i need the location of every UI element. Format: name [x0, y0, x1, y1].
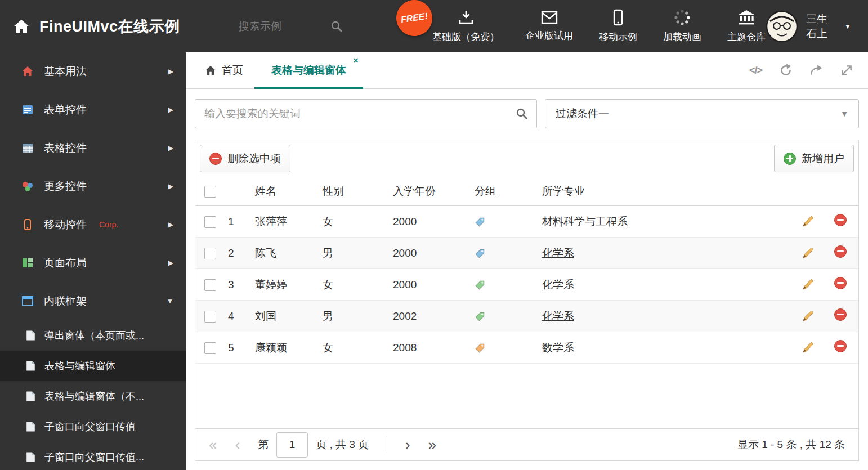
- sidebar-subitem-label: 表格与编辑窗体: [44, 359, 115, 373]
- forward-icon[interactable]: [809, 64, 823, 77]
- sidebar-item-basic-usage[interactable]: 基本用法 ▶: [0, 52, 186, 91]
- nav-item-mobile-demo[interactable]: 移动示例: [599, 9, 637, 43]
- button-label: 新增用户: [802, 151, 844, 166]
- sidebar-subitem-grid-edit-window-2[interactable]: 表格与编辑窗体（不...: [0, 381, 186, 411]
- nav-label: 主题仓库: [727, 30, 766, 43]
- nav-item-basic-free[interactable]: FREE! 基础版（免费）: [432, 9, 499, 43]
- sidebar-subitem-child-to-parent-2[interactable]: 子窗口向父窗口传值...: [0, 442, 186, 470]
- nav-label: 加载动画: [663, 30, 701, 43]
- divider: [387, 436, 387, 453]
- sidebar-subitem-grid-edit-window[interactable]: 表格与编辑窗体: [0, 351, 186, 381]
- row-number: 5: [228, 332, 255, 364]
- grid-toolbar: 删除选中项 新增用户: [195, 140, 858, 177]
- sidebar-item-inline-frame[interactable]: 内联框架 ▼: [0, 282, 186, 320]
- major-link[interactable]: 化学系: [542, 310, 574, 322]
- app-title: FineUIMvc在线示例: [39, 16, 180, 37]
- sidebar-item-form-controls[interactable]: 表单控件 ▶: [0, 91, 186, 129]
- column-header-gender: 性别: [323, 177, 393, 206]
- tag-icon: [475, 311, 485, 322]
- nav-label: 企业版试用: [525, 29, 573, 42]
- chevron-right-icon: ▶: [168, 259, 173, 267]
- username: 三生石上: [806, 12, 836, 41]
- column-header-major: 所学专业: [542, 177, 793, 206]
- delete-selected-button[interactable]: 删除选中项: [200, 145, 290, 172]
- frame-icon: [21, 295, 34, 307]
- envelope-icon: [540, 10, 558, 25]
- sidebar-item-page-layout[interactable]: 页面布局 ▶: [0, 244, 186, 282]
- tag-icon: [475, 217, 485, 227]
- expand-icon[interactable]: [840, 64, 853, 77]
- column-header-year: 入学年份: [393, 177, 475, 206]
- row-checkbox[interactable]: [204, 216, 216, 228]
- delete-button[interactable]: [834, 340, 847, 352]
- record-summary: 显示 1 - 5 条 , 共 12 条: [737, 437, 845, 452]
- edit-button[interactable]: [802, 216, 814, 228]
- row-checkbox[interactable]: [204, 248, 216, 259]
- top-header: FineUIMvc在线示例 FREE! 基础版（免费） 企业版试用: [0, 0, 868, 52]
- header-search-input[interactable]: [238, 20, 313, 33]
- page-label-prefix: 第: [258, 437, 269, 452]
- major-link[interactable]: 材料科学与工程系: [542, 216, 628, 227]
- major-link[interactable]: 化学系: [542, 279, 574, 290]
- prev-page-button[interactable]: ‹: [235, 437, 240, 452]
- select-all-checkbox[interactable]: [204, 186, 216, 198]
- sidebar-item-label: 页面布局: [44, 256, 87, 270]
- corp-badge: Corp.: [99, 220, 118, 229]
- page-label-suffix: 页 , 共 3 页: [316, 437, 369, 452]
- row-checkbox[interactable]: [204, 311, 216, 323]
- cell-year: 2008: [393, 332, 475, 364]
- sidebar-item-grid-controls[interactable]: 表格控件 ▶: [0, 129, 186, 167]
- spinner-icon: [674, 9, 691, 26]
- tab-home[interactable]: 首页: [194, 52, 254, 88]
- major-link[interactable]: 数学系: [542, 342, 574, 353]
- page-number-input[interactable]: [276, 432, 308, 458]
- grid-panel: 删除选中项 新增用户 姓名 性别: [195, 140, 859, 461]
- nav-item-enterprise-trial[interactable]: 企业版试用: [525, 10, 573, 42]
- avatar[interactable]: [766, 10, 798, 43]
- file-icon: [26, 451, 35, 463]
- row-checkbox[interactable]: [204, 279, 216, 291]
- close-icon[interactable]: ×: [353, 55, 359, 66]
- nav-item-theme-repo[interactable]: 主题仓库: [727, 9, 766, 43]
- delete-button[interactable]: [834, 277, 847, 289]
- sidebar-subitem-child-to-parent[interactable]: 子窗口向父窗口传值: [0, 411, 186, 442]
- sidebar-item-mobile-controls[interactable]: 移动控件 Corp. ▶: [0, 205, 186, 244]
- file-icon: [26, 421, 35, 432]
- row-number: 3: [228, 269, 255, 301]
- edit-button[interactable]: [802, 279, 814, 291]
- row-checkbox[interactable]: [204, 342, 216, 354]
- home-icon: [12, 19, 30, 34]
- delete-button[interactable]: [834, 245, 847, 258]
- filter-dropdown[interactable]: 过滤条件一 ▼: [545, 99, 859, 128]
- filter-row: 过滤条件一 ▼: [186, 89, 868, 128]
- table-row: 4 刘国 男 2002 化学系: [195, 301, 858, 332]
- edit-button[interactable]: [802, 310, 814, 323]
- first-page-button[interactable]: «: [209, 437, 217, 452]
- refresh-icon[interactable]: [779, 64, 793, 77]
- user-menu[interactable]: 三生石上 ▼: [766, 10, 868, 43]
- major-link[interactable]: 化学系: [542, 247, 574, 259]
- nav-item-loading-animation[interactable]: 加载动画: [663, 9, 701, 43]
- row-number: 2: [228, 238, 255, 269]
- sidebar-subitem-label: 子窗口向父窗口传值...: [44, 450, 144, 464]
- edit-button[interactable]: [802, 247, 814, 259]
- last-page-button[interactable]: »: [428, 437, 436, 452]
- delete-button[interactable]: [834, 214, 847, 226]
- sidebar-item-label: 基本用法: [44, 64, 87, 79]
- cell-name: 刘国: [255, 301, 323, 332]
- sidebar-item-more-controls[interactable]: 更多控件 ▶: [0, 167, 186, 205]
- keyword-search-input[interactable]: [203, 107, 515, 120]
- tab-actions: </>: [749, 52, 868, 88]
- row-number: 4: [228, 301, 255, 332]
- next-page-button[interactable]: ›: [405, 437, 410, 452]
- sidebar-item-label: 内联框架: [44, 294, 87, 308]
- delete-button[interactable]: [834, 308, 847, 321]
- cell-name: 陈飞: [255, 238, 323, 269]
- edit-button[interactable]: [802, 342, 814, 354]
- search-icon[interactable]: [330, 20, 343, 33]
- tab-grid-edit-window[interactable]: 表格与编辑窗体 ×: [254, 52, 363, 88]
- source-code-icon[interactable]: </>: [749, 65, 762, 77]
- add-user-button[interactable]: 新增用户: [774, 145, 854, 172]
- sidebar-subitem-popup-window[interactable]: 弹出窗体（本页面或...: [0, 320, 186, 351]
- search-icon[interactable]: [515, 107, 529, 120]
